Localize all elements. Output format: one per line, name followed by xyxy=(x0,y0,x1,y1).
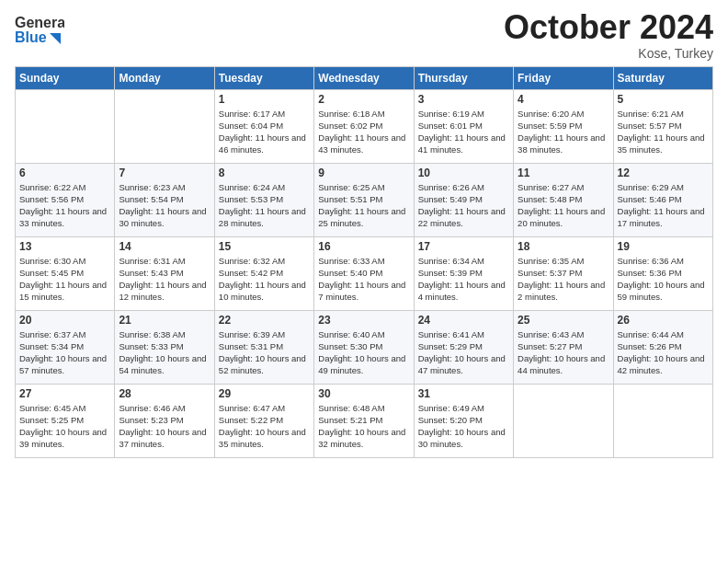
day-info: Sunrise: 6:17 AM Sunset: 6:04 PM Dayligh… xyxy=(219,108,310,156)
day-number: 17 xyxy=(418,240,509,253)
calendar-week-row: 20Sunrise: 6:37 AM Sunset: 5:34 PM Dayli… xyxy=(16,310,713,384)
day-info: Sunrise: 6:49 AM Sunset: 5:20 PM Dayligh… xyxy=(418,402,509,451)
day-info: Sunrise: 6:43 AM Sunset: 5:27 PM Dayligh… xyxy=(518,328,609,377)
calendar-cell: 7Sunrise: 6:23 AM Sunset: 5:54 PM Daylig… xyxy=(115,163,214,236)
day-number: 25 xyxy=(518,314,609,327)
calendar-cell: 28Sunrise: 6:46 AM Sunset: 5:23 PM Dayli… xyxy=(115,384,214,457)
calendar-cell: 1Sunrise: 6:17 AM Sunset: 6:04 PM Daylig… xyxy=(214,89,313,163)
calendar-cell: 31Sunrise: 6:49 AM Sunset: 5:20 PM Dayli… xyxy=(414,384,513,457)
calendar-cell: 24Sunrise: 6:41 AM Sunset: 5:29 PM Dayli… xyxy=(414,310,513,384)
calendar-cell: 17Sunrise: 6:34 AM Sunset: 5:39 PM Dayli… xyxy=(414,236,513,310)
day-number: 28 xyxy=(119,387,210,400)
day-info: Sunrise: 6:23 AM Sunset: 5:54 PM Dayligh… xyxy=(119,181,210,230)
calendar-cell: 20Sunrise: 6:37 AM Sunset: 5:34 PM Dayli… xyxy=(16,310,115,384)
day-info: Sunrise: 6:30 AM Sunset: 5:45 PM Dayligh… xyxy=(19,255,110,304)
day-number: 6 xyxy=(19,167,110,179)
calendar-week-row: 6Sunrise: 6:22 AM Sunset: 5:56 PM Daylig… xyxy=(16,163,713,236)
calendar-cell: 21Sunrise: 6:38 AM Sunset: 5:33 PM Dayli… xyxy=(115,310,214,384)
calendar-cell: 23Sunrise: 6:40 AM Sunset: 5:30 PM Dayli… xyxy=(314,310,414,384)
day-info: Sunrise: 6:22 AM Sunset: 5:56 PM Dayligh… xyxy=(19,181,110,230)
day-info: Sunrise: 6:33 AM Sunset: 5:40 PM Dayligh… xyxy=(318,255,409,304)
logo: General Blue xyxy=(15,9,64,50)
day-of-week-header: Sunday xyxy=(16,66,115,89)
day-info: Sunrise: 6:26 AM Sunset: 5:49 PM Dayligh… xyxy=(418,181,509,230)
day-number: 23 xyxy=(318,314,409,327)
calendar-cell: 2Sunrise: 6:18 AM Sunset: 6:02 PM Daylig… xyxy=(314,89,414,163)
day-number: 13 xyxy=(19,240,110,253)
day-number: 11 xyxy=(518,167,609,179)
calendar-cell xyxy=(613,384,712,457)
day-info: Sunrise: 6:20 AM Sunset: 5:59 PM Dayligh… xyxy=(518,108,609,156)
calendar-cell: 11Sunrise: 6:27 AM Sunset: 5:48 PM Dayli… xyxy=(514,163,613,236)
calendar-week-row: 1Sunrise: 6:17 AM Sunset: 6:04 PM Daylig… xyxy=(16,89,713,163)
calendar-cell: 5Sunrise: 6:21 AM Sunset: 5:57 PM Daylig… xyxy=(613,89,712,163)
day-number: 8 xyxy=(219,167,310,179)
day-info: Sunrise: 6:36 AM Sunset: 5:36 PM Dayligh… xyxy=(618,255,709,304)
day-number: 4 xyxy=(518,93,609,106)
day-info: Sunrise: 6:21 AM Sunset: 5:57 PM Dayligh… xyxy=(618,108,709,156)
day-info: Sunrise: 6:40 AM Sunset: 5:30 PM Dayligh… xyxy=(318,328,409,377)
day-info: Sunrise: 6:47 AM Sunset: 5:22 PM Dayligh… xyxy=(219,402,310,451)
calendar-cell: 19Sunrise: 6:36 AM Sunset: 5:36 PM Dayli… xyxy=(613,236,712,310)
day-of-week-header: Friday xyxy=(514,66,613,89)
calendar-cell: 27Sunrise: 6:45 AM Sunset: 5:25 PM Dayli… xyxy=(16,384,115,457)
day-number: 30 xyxy=(318,387,409,400)
day-number: 20 xyxy=(19,314,110,327)
day-info: Sunrise: 6:41 AM Sunset: 5:29 PM Dayligh… xyxy=(418,328,509,377)
day-number: 29 xyxy=(219,387,310,400)
day-number: 14 xyxy=(119,240,210,253)
day-number: 12 xyxy=(618,167,709,179)
title-area: October 2024 Kose, Turkey xyxy=(504,9,713,61)
day-info: Sunrise: 6:39 AM Sunset: 5:31 PM Dayligh… xyxy=(219,328,310,377)
calendar-cell xyxy=(514,384,613,457)
calendar-cell xyxy=(115,89,214,163)
calendar-cell: 15Sunrise: 6:32 AM Sunset: 5:42 PM Dayli… xyxy=(214,236,313,310)
day-info: Sunrise: 6:18 AM Sunset: 6:02 PM Dayligh… xyxy=(318,108,409,156)
day-number: 10 xyxy=(418,167,509,179)
day-info: Sunrise: 6:45 AM Sunset: 5:25 PM Dayligh… xyxy=(19,402,110,451)
day-of-week-header: Saturday xyxy=(613,66,712,89)
day-of-week-header: Monday xyxy=(115,66,214,89)
calendar-cell: 3Sunrise: 6:19 AM Sunset: 6:01 PM Daylig… xyxy=(414,89,513,163)
logo-icon: General Blue xyxy=(15,9,64,50)
day-number: 24 xyxy=(418,314,509,327)
calendar-cell: 4Sunrise: 6:20 AM Sunset: 5:59 PM Daylig… xyxy=(514,89,613,163)
calendar-cell: 30Sunrise: 6:48 AM Sunset: 5:21 PM Dayli… xyxy=(314,384,414,457)
day-info: Sunrise: 6:25 AM Sunset: 5:51 PM Dayligh… xyxy=(318,181,409,230)
calendar-cell: 22Sunrise: 6:39 AM Sunset: 5:31 PM Dayli… xyxy=(214,310,313,384)
day-info: Sunrise: 6:19 AM Sunset: 6:01 PM Dayligh… xyxy=(418,108,509,156)
day-number: 27 xyxy=(19,387,110,400)
calendar-cell: 16Sunrise: 6:33 AM Sunset: 5:40 PM Dayli… xyxy=(314,236,414,310)
calendar-week-row: 13Sunrise: 6:30 AM Sunset: 5:45 PM Dayli… xyxy=(16,236,713,310)
day-number: 7 xyxy=(119,167,210,179)
day-of-week-header: Thursday xyxy=(414,66,513,89)
location-subtitle: Kose, Turkey xyxy=(504,46,713,61)
day-number: 26 xyxy=(618,314,709,327)
day-info: Sunrise: 6:48 AM Sunset: 5:21 PM Dayligh… xyxy=(318,402,409,451)
day-number: 16 xyxy=(318,240,409,253)
svg-marker-2 xyxy=(50,33,61,44)
day-number: 19 xyxy=(618,240,709,253)
day-number: 15 xyxy=(219,240,310,253)
day-number: 5 xyxy=(618,93,709,106)
calendar-cell: 26Sunrise: 6:44 AM Sunset: 5:26 PM Dayli… xyxy=(613,310,712,384)
day-info: Sunrise: 6:24 AM Sunset: 5:53 PM Dayligh… xyxy=(219,181,310,230)
day-number: 9 xyxy=(318,167,409,179)
month-title: October 2024 xyxy=(504,9,713,46)
day-info: Sunrise: 6:38 AM Sunset: 5:33 PM Dayligh… xyxy=(119,328,210,377)
day-info: Sunrise: 6:34 AM Sunset: 5:39 PM Dayligh… xyxy=(418,255,509,304)
day-number: 22 xyxy=(219,314,310,327)
day-number: 18 xyxy=(518,240,609,253)
calendar-cell: 14Sunrise: 6:31 AM Sunset: 5:43 PM Dayli… xyxy=(115,236,214,310)
calendar-cell xyxy=(16,89,115,163)
day-number: 31 xyxy=(418,387,509,400)
header: General Blue October 2024 Kose, Turkey xyxy=(15,9,713,61)
day-number: 1 xyxy=(219,93,310,106)
calendar-cell: 18Sunrise: 6:35 AM Sunset: 5:37 PM Dayli… xyxy=(514,236,613,310)
day-number: 21 xyxy=(119,314,210,327)
calendar-cell: 29Sunrise: 6:47 AM Sunset: 5:22 PM Dayli… xyxy=(214,384,313,457)
day-info: Sunrise: 6:37 AM Sunset: 5:34 PM Dayligh… xyxy=(19,328,110,377)
calendar-table: SundayMondayTuesdayWednesdayThursdayFrid… xyxy=(15,66,713,458)
day-info: Sunrise: 6:44 AM Sunset: 5:26 PM Dayligh… xyxy=(618,328,709,377)
day-info: Sunrise: 6:29 AM Sunset: 5:46 PM Dayligh… xyxy=(618,181,709,230)
